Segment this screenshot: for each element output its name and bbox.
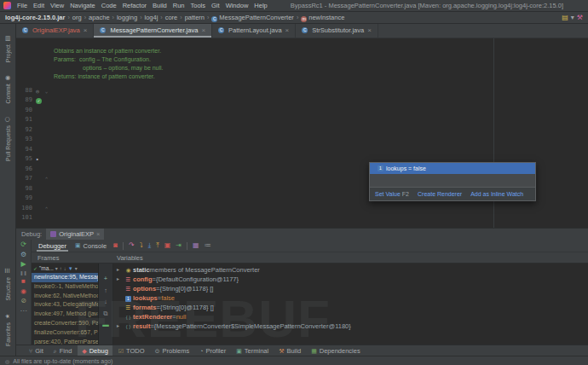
variable-row-lookups[interactable]: 1lookups = false <box>113 293 588 303</box>
expand-arrow-icon[interactable]: ▸ <box>117 322 124 331</box>
menu-build[interactable]: Build <box>153 2 167 9</box>
breadcrumb-item-messagepatternconverter[interactable]: CMessagePatternConverter <box>211 14 294 22</box>
tool-window-button-debug[interactable]: ◆Debug <box>78 345 112 356</box>
toggle-icon[interactable]: ▬ <box>102 322 109 328</box>
tab-messagepatternconverter-java[interactable]: CMessagePatternConverter.java× <box>94 24 212 38</box>
variable-row-config[interactable]: ▸☰config = {DefaultConfiguration@1177} <box>113 275 588 284</box>
variable-row-formats[interactable]: ☰formats = {String[0]@1178} [] <box>113 303 588 312</box>
run-to-cursor-icon[interactable]: ⇥ <box>176 242 182 249</box>
prev-frame-icon[interactable]: ↑ <box>60 266 62 271</box>
fold-marker[interactable]: ⌃ <box>43 174 50 184</box>
view-breakpoints-icon[interactable]: ◉ <box>20 288 26 295</box>
code-line-101[interactable]: 101 <box>16 213 588 223</box>
debug-session-tab[interactable]: OriginalEXP × <box>46 229 104 240</box>
move-down-icon[interactable]: ↓ <box>104 298 107 305</box>
expand-arrow-icon[interactable]: ▸ <box>117 275 124 284</box>
breadcrumb-item-log4j-core-2-15-0-jar[interactable]: log4j-core-2.15.0.jar <box>5 14 65 21</box>
tool-window-button-problems[interactable]: ⊙Problems <box>151 345 194 356</box>
tool-window-button-find[interactable]: ⌕Find <box>49 345 77 356</box>
breadcrumb-item-org[interactable]: org <box>72 14 82 21</box>
more-icon[interactable]: ⋯ <box>20 308 27 315</box>
tab-patternlayout-java[interactable]: CPatternLayout.java× <box>212 24 296 38</box>
move-up-icon[interactable]: ↑ <box>104 287 107 294</box>
tool-window-button-profiler[interactable]: ◔Profiler <box>195 345 230 356</box>
tool-window-button-favorites[interactable]: Favorites★ <box>4 313 11 346</box>
next-frame-icon[interactable]: ↓ <box>64 266 66 271</box>
tab-originalexp-java[interactable]: COriginalEXP.java× <box>16 24 94 38</box>
variable-row-result[interactable]: ▸{ }result = {MessagePatternConverter$Si… <box>113 322 588 331</box>
breadcrumb-item-apache[interactable]: apache <box>89 14 110 21</box>
code-line-100[interactable]: 100⌃ <box>16 204 588 214</box>
close-icon[interactable]: × <box>96 230 100 238</box>
add-watch-icon[interactable]: + <box>104 275 107 282</box>
code-line-91[interactable]: 91 <box>16 115 588 125</box>
variable-row-static-members[interactable]: ▸◉static members of MessagePatternConver… <box>113 265 588 275</box>
frame-row[interactable]: finalizeConverter:657, Pat <box>32 328 98 338</box>
variable-row-textrenderer[interactable]: { }textRenderer = null <box>113 312 588 322</box>
popup-action-add-as-inline-watch[interactable]: Add as Inline Watch <box>470 191 523 197</box>
filter-icon[interactable]: ▼ <box>68 266 73 271</box>
tool-window-button-structure[interactable]: Structure☰ <box>4 268 11 301</box>
debug-tab-console[interactable]: ▣Console <box>73 240 108 252</box>
close-icon[interactable]: × <box>285 26 290 34</box>
tool-window-button-build[interactable]: ⚒Build <box>274 345 305 356</box>
variable-row-options[interactable]: ☰options = {String[0]@1178} [] <box>113 284 588 293</box>
popup-action-set-value[interactable]: Set ValueF2 <box>375 191 409 197</box>
menu-edit[interactable]: Edit <box>33 2 44 9</box>
code-line-94[interactable]: 94 <box>16 145 588 155</box>
frame-row[interactable]: invoke:62, NativeMethod <box>32 292 98 301</box>
mute-breakpoints-icon[interactable]: ◙ <box>113 242 118 249</box>
tool-window-button-pull-requests[interactable]: Pull Requests⬡ <box>4 116 11 161</box>
tool-window-button-todo[interactable]: ☑TODO <box>114 345 149 356</box>
frame-row[interactable]: createConverter:590, Patt <box>32 319 98 328</box>
tool-window-button-dependencies[interactable]: ▦Dependencies <box>307 345 365 356</box>
menu-view[interactable]: View <box>50 2 64 9</box>
chevron-down-icon[interactable]: ▾ <box>55 265 58 271</box>
rerun-icon[interactable]: ⟳ <box>20 241 26 248</box>
popup-input-area[interactable] <box>370 174 535 187</box>
fold-marker[interactable]: ⌄ <box>43 86 50 96</box>
copy-stack-icon[interactable]: ⧉ <box>103 310 107 317</box>
frame-row[interactable]: invoke0:-1, NativeMetho <box>32 282 98 292</box>
popup-value-row[interactable]: 1 lookups = false <box>370 163 535 174</box>
breadcrumb-item-log4j[interactable]: log4j <box>144 14 158 21</box>
tool-window-button-commit[interactable]: Commit◉ <box>4 74 11 103</box>
thread-selector[interactable]: ✓"ma...▾↑↓▼▾ <box>32 264 98 273</box>
breakpoint-verified-icon[interactable]: ✓ <box>36 98 42 104</box>
debug-tab-debugger[interactable]: Debugger <box>37 240 68 252</box>
step-over-icon[interactable]: ⤵ <box>140 242 143 249</box>
menu-code[interactable]: Code <box>101 2 117 9</box>
code-line-92[interactable]: 92 <box>16 125 588 136</box>
close-icon[interactable]: × <box>367 26 372 34</box>
fold-marker[interactable]: ⌃ <box>43 204 50 214</box>
popup-action-create-renderer[interactable]: Create Renderer <box>418 191 462 197</box>
menu-help[interactable]: Help <box>254 2 267 9</box>
code-line-89[interactable]: 89✓ <box>16 96 588 106</box>
code-line-90[interactable]: 90 <box>16 106 588 116</box>
mute-breakpoints-icon[interactable]: ⊘ <box>20 298 26 304</box>
code-line-93[interactable]: 93 <box>16 135 588 145</box>
code-line-88[interactable]: 88◎⌄ <box>16 86 588 96</box>
frame-row[interactable]: invoke:43, DelegatingMet <box>32 300 98 310</box>
menu-git[interactable]: Git <box>211 2 220 9</box>
tool-window-button-project[interactable]: Project▤ <box>4 35 11 62</box>
close-icon[interactable]: × <box>84 26 88 34</box>
menu-window[interactable]: Window <box>226 2 249 9</box>
expand-arrow-icon[interactable]: ▸ <box>117 265 124 275</box>
menu-refactor[interactable]: Refactor <box>123 2 147 9</box>
resume-icon[interactable]: ▶ <box>20 261 26 268</box>
build-hammer-icon[interactable]: ⚒ <box>577 14 583 21</box>
layout-settings-icon[interactable]: ≔ <box>205 242 211 249</box>
step-out-icon[interactable]: ⤒ <box>156 242 159 249</box>
breadcrumb-item-newinstance[interactable]: mnewInstance <box>301 14 344 22</box>
pause-icon[interactable]: ❚❚ <box>20 271 26 275</box>
frame-row[interactable]: invoke:497, Method (java <box>32 310 98 319</box>
tool-window-button-terminal[interactable]: ▣Terminal <box>232 345 273 356</box>
menu-tools[interactable]: Tools <box>191 2 206 9</box>
menu-file[interactable]: File <box>17 2 27 9</box>
evaluate-expression-icon[interactable]: ▦ <box>193 242 199 249</box>
stop-icon[interactable]: ■ <box>21 278 26 285</box>
frame-row[interactable]: parse:420, PatternParser <box>32 338 98 345</box>
chevron-down-icon[interactable]: ▾ <box>75 265 78 271</box>
override-marker-icon[interactable]: ◎ <box>36 88 39 94</box>
